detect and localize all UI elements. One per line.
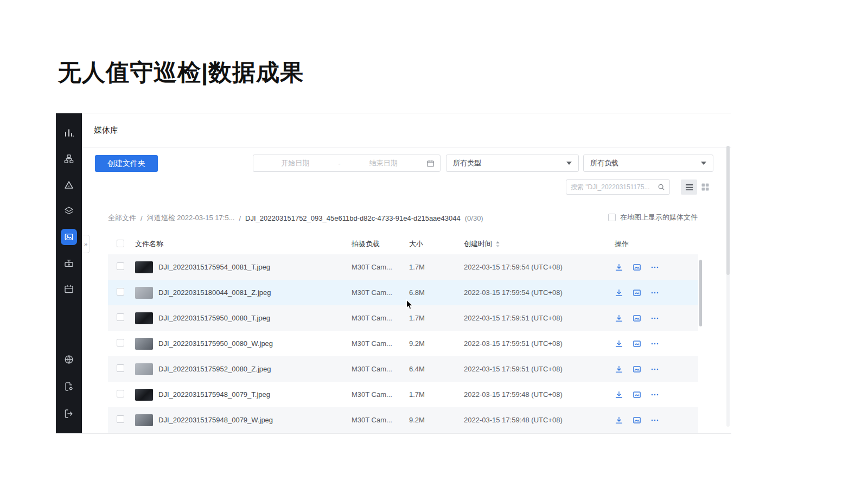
- fleet-icon[interactable]: [56, 172, 82, 198]
- map-view-icon[interactable]: [633, 288, 641, 297]
- payload-cell: M30T Cam...: [352, 365, 409, 373]
- media-library-icon[interactable]: [56, 224, 82, 250]
- download-icon[interactable]: [615, 416, 623, 425]
- row-checkbox[interactable]: [117, 313, 124, 321]
- row-checkbox[interactable]: [117, 415, 124, 423]
- map-display-label: 在地图上显示的媒体文件: [620, 213, 698, 222]
- type-filter-dropdown[interactable]: 所有类型: [446, 155, 579, 172]
- download-icon[interactable]: [615, 314, 623, 323]
- media-thumbnail[interactable]: [135, 414, 153, 426]
- media-thumbnail[interactable]: [135, 389, 153, 401]
- logout-icon[interactable]: [56, 401, 82, 427]
- schedule-icon[interactable]: [56, 276, 82, 302]
- more-icon[interactable]: [650, 390, 659, 399]
- sort-icon[interactable]: [495, 241, 500, 248]
- download-icon[interactable]: [615, 390, 623, 399]
- map-display-toggle[interactable]: 在地图上显示的媒体文件: [608, 213, 698, 222]
- media-thumbnail[interactable]: [135, 338, 153, 350]
- media-thumbnail[interactable]: [135, 363, 153, 375]
- globe-icon[interactable]: [56, 346, 82, 373]
- search-box: [566, 179, 670, 195]
- row-checkbox[interactable]: [117, 364, 124, 372]
- map-view-icon[interactable]: [633, 263, 641, 272]
- file-name[interactable]: DJI_20220315175948_0079_W.jpeg: [158, 416, 273, 424]
- payload-cell: M30T Cam...: [352, 416, 409, 424]
- active-item-chip: [61, 229, 77, 245]
- breadcrumb-item-folder[interactable]: 河道巡检 2022-03-15 17:5...: [147, 213, 235, 223]
- col-file-name: 文件名称: [135, 239, 352, 249]
- payload-cell: M30T Cam...: [352, 339, 409, 348]
- breadcrumb-item-root[interactable]: 全部文件: [108, 213, 136, 223]
- size-cell: 1.7M: [409, 314, 464, 322]
- map-view-icon[interactable]: [633, 365, 641, 374]
- table-header: 文件名称 拍摄负载 大小 创建时间 操作: [108, 234, 698, 254]
- media-thumbnail[interactable]: [135, 261, 153, 273]
- download-icon[interactable]: [615, 263, 623, 272]
- row-checkbox[interactable]: [117, 390, 124, 397]
- download-icon[interactable]: [615, 365, 623, 374]
- file-name[interactable]: DJI_20220315175950_0080_T.jpeg: [158, 314, 270, 322]
- download-icon[interactable]: [615, 339, 623, 348]
- table-scrollbar-thumb[interactable]: [699, 260, 702, 326]
- panel-scrollbar-thumb[interactable]: [726, 146, 730, 275]
- main-content: 媒体库 创建文件夹 开始日期 - 结束日期 所有类型 所有负载: [82, 113, 731, 433]
- file-name[interactable]: DJI_20220315175948_0079_T.jpeg: [158, 390, 270, 399]
- media-thumbnail[interactable]: [135, 287, 153, 299]
- table-row[interactable]: DJI_20220315175948_0079_T.jpeg M30T Cam.…: [108, 382, 698, 407]
- app-logo-icon: [56, 120, 82, 146]
- table-row[interactable]: DJI_20220315180044_0081_Z.jpeg M30T Cam.…: [108, 280, 698, 305]
- organization-icon[interactable]: [56, 146, 82, 172]
- file-name[interactable]: DJI_20220315180044_0081_Z.jpeg: [158, 288, 271, 297]
- date-separator: -: [337, 159, 341, 168]
- layers-icon[interactable]: [56, 198, 82, 224]
- payload-cell: M30T Cam...: [352, 390, 409, 399]
- search-icon[interactable]: [658, 183, 665, 191]
- create-folder-button[interactable]: 创建文件夹: [95, 155, 158, 172]
- row-checkbox[interactable]: [117, 339, 124, 346]
- file-name[interactable]: DJI_20220315175950_0080_W.jpeg: [158, 339, 273, 348]
- file-name[interactable]: DJI_20220315175952_0080_Z.jpeg: [158, 365, 271, 373]
- list-view-icon: [685, 184, 693, 191]
- col-size: 大小: [409, 239, 464, 249]
- more-icon[interactable]: [650, 314, 659, 323]
- more-icon[interactable]: [650, 288, 659, 297]
- payload-filter-value: 所有负载: [590, 158, 618, 168]
- devices-icon[interactable]: [56, 250, 82, 276]
- date-start-placeholder: 开始日期: [253, 158, 337, 168]
- project-settings-icon[interactable]: [56, 374, 82, 400]
- more-icon[interactable]: [650, 339, 659, 348]
- table-row[interactable]: DJI_20220315175950_0080_W.jpeg M30T Cam.…: [108, 331, 698, 356]
- more-icon[interactable]: [650, 365, 659, 374]
- more-icon[interactable]: [650, 263, 659, 272]
- table-row[interactable]: DJI_20220315175948_0079_W.jpeg M30T Cam.…: [108, 407, 698, 433]
- download-icon[interactable]: [615, 288, 623, 297]
- row-checkbox[interactable]: [117, 288, 124, 296]
- select-all-checkbox[interactable]: [117, 240, 124, 247]
- map-view-icon[interactable]: [633, 339, 641, 348]
- grid-view-button[interactable]: [697, 179, 713, 195]
- payload-filter-dropdown[interactable]: 所有负载: [583, 155, 713, 172]
- date-range-picker[interactable]: 开始日期 - 结束日期: [253, 155, 441, 172]
- table-row[interactable]: DJI_20220315175954_0081_T.jpeg M30T Cam.…: [108, 254, 698, 280]
- map-view-icon[interactable]: [633, 416, 641, 425]
- list-view-button[interactable]: [681, 179, 697, 195]
- size-cell: 9.2M: [409, 416, 464, 424]
- grid-view-icon: [701, 183, 709, 191]
- table-row[interactable]: DJI_20220315175952_0080_Z.jpeg M30T Cam.…: [108, 356, 698, 382]
- breadcrumb: 全部文件 / 河道巡检 2022-03-15 17:5... / DJI_202…: [108, 213, 483, 223]
- media-thumbnail[interactable]: [135, 312, 153, 324]
- sidebar-expand-handle[interactable]: »: [82, 235, 90, 253]
- table-row[interactable]: DJI_20220315175950_0080_T.jpeg M30T Cam.…: [108, 305, 698, 331]
- more-icon[interactable]: [650, 416, 659, 425]
- panel-scrollbar[interactable]: [726, 146, 730, 427]
- map-display-checkbox[interactable]: [608, 214, 616, 221]
- map-view-icon[interactable]: [633, 314, 641, 323]
- media-library-panel: » 媒体库 创建文件夹 开始日期 - 结束日期 所有类型 所有负载: [56, 113, 731, 434]
- sidebar: [56, 113, 82, 433]
- map-view-icon[interactable]: [633, 390, 641, 399]
- row-checkbox[interactable]: [117, 262, 124, 270]
- payload-cell: M30T Cam...: [352, 263, 409, 271]
- search-input[interactable]: [571, 183, 658, 191]
- size-cell: 6.8M: [409, 288, 464, 297]
- file-name[interactable]: DJI_20220315175954_0081_T.jpeg: [158, 263, 270, 271]
